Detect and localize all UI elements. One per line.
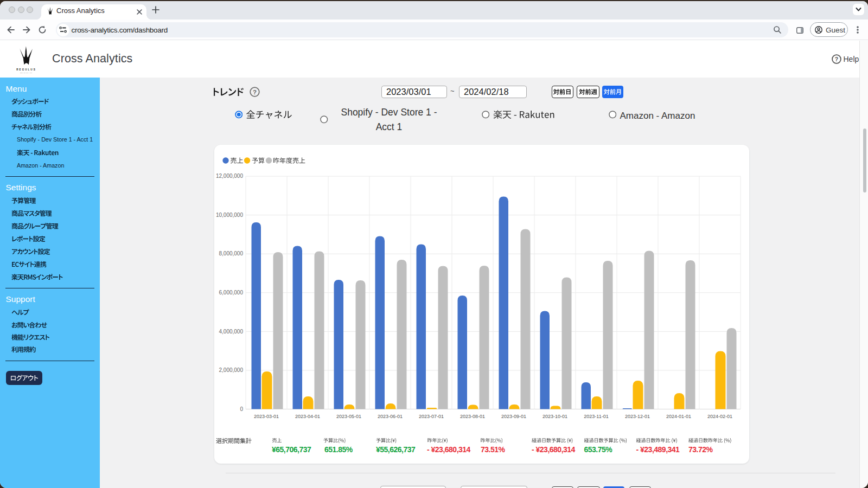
svg-text:2023-04-01: 2023-04-01	[295, 414, 320, 419]
svg-text:?: ?	[834, 56, 838, 62]
svg-text:2023-07-01: 2023-07-01	[419, 414, 444, 419]
svg-text:6,000,000: 6,000,000	[219, 290, 244, 296]
svg-text:2,000,000: 2,000,000	[219, 367, 244, 373]
svg-text:2024-01-01: 2024-01-01	[666, 414, 691, 419]
svg-text:2023-12-01: 2023-12-01	[625, 414, 650, 419]
svg-text:2023-06-01: 2023-06-01	[378, 414, 403, 419]
svg-text:2023-03-01: 2023-03-01	[254, 414, 279, 419]
svg-text:4,000,000: 4,000,000	[219, 329, 244, 335]
svg-text:2023-11-01: 2023-11-01	[584, 414, 608, 419]
svg-text:2023-05-01: 2023-05-01	[336, 414, 361, 419]
svg-text:2023-10-01: 2023-10-01	[542, 414, 567, 419]
svg-text:0: 0	[240, 406, 243, 412]
svg-text:2023-09-01: 2023-09-01	[501, 414, 526, 419]
svg-text:12,000,000: 12,000,000	[216, 173, 243, 179]
svg-text:2024-02-01: 2024-02-01	[707, 414, 732, 419]
svg-text:10,000,000: 10,000,000	[216, 212, 243, 218]
svg-text:?: ?	[253, 89, 257, 95]
svg-text:2023-08-01: 2023-08-01	[460, 414, 485, 419]
svg-text:8,000,000: 8,000,000	[219, 251, 244, 256]
